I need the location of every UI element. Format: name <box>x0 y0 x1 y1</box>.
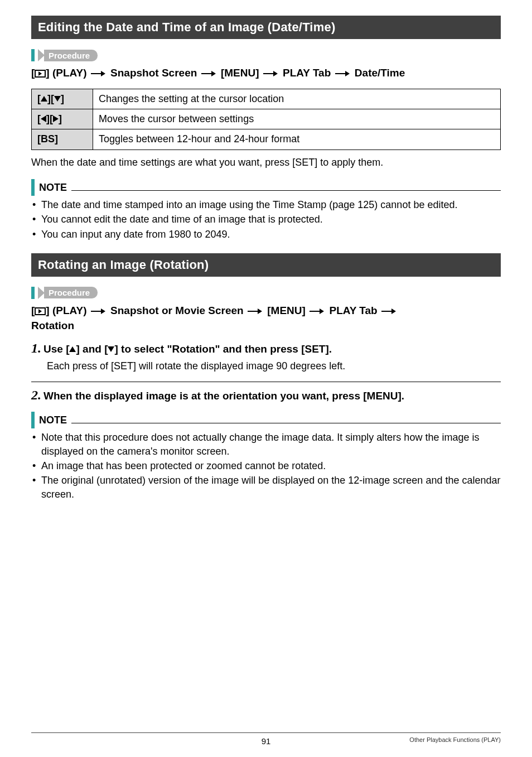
page-footer: 91 Other Playback Functions (PLAY) <box>31 732 501 746</box>
note-header-2: NOTE <box>31 412 501 428</box>
bc-p1: ] (PLAY) <box>46 67 86 79</box>
key-cell-leftright: [][] <box>32 109 93 129</box>
note-header-1: NOTE <box>31 179 501 196</box>
triangle-down-icon <box>108 346 114 352</box>
arrow-icon <box>91 71 107 76</box>
bc-p3: [MENU] <box>221 67 259 79</box>
list-item: The original (unrotated) version of the … <box>31 474 501 501</box>
bc2-p5: Rotation <box>31 320 74 331</box>
bc-p5: Date/Time <box>355 67 405 79</box>
step-2: 2. When the displayed image is at the or… <box>31 388 501 403</box>
step-number: 1. <box>31 341 41 356</box>
list-item: You cannot edit the date and time of an … <box>31 213 501 226</box>
breadcrumb-rotation: [] (PLAY) Snapshot or Movie Screen [MENU… <box>31 303 501 333</box>
key-cell-updown: [][] <box>32 89 93 109</box>
arrow-icon <box>263 71 279 76</box>
step-description: Each press of [SET] will rotate the disp… <box>47 359 501 373</box>
triangle-up-icon <box>69 346 76 352</box>
list-item: Note that this procedure does not actual… <box>31 431 501 458</box>
key-cell-bs: [BS] <box>32 129 93 150</box>
step1-a: Use [ <box>43 343 69 355</box>
triangle-right-icon <box>53 115 59 122</box>
table-row: [][] Changes the setting at the cursor l… <box>32 89 501 109</box>
arrow-icon <box>201 71 217 76</box>
step-title: Use [] and [] to select "Rotation" and t… <box>43 343 332 355</box>
bracket: ] <box>59 113 62 124</box>
footer-text: Other Playback Functions (PLAY) <box>409 736 501 743</box>
desc-cell: Toggles between 12-hour and 24-hour form… <box>93 129 501 150</box>
triangle-up-icon <box>41 96 47 102</box>
note-divider-line <box>71 423 501 423</box>
step-title: When the displayed image is at the orien… <box>43 390 404 402</box>
note-list-2: Note that this procedure does not actual… <box>31 431 501 500</box>
bc2-p2: Snapshot or Movie Screen <box>110 305 244 316</box>
arrow-icon <box>381 308 397 314</box>
desc-cell: Changes the setting at the cursor locati… <box>93 89 501 109</box>
bracket: ][ <box>46 113 53 124</box>
bracket: ] <box>61 93 64 104</box>
procedure-label-row-2: Procedure <box>31 287 501 299</box>
list-item: The date and time stamped into an image … <box>31 198 501 211</box>
bracket: ][ <box>47 93 54 104</box>
section-heading-rotation: Rotating an Image (Rotation) <box>31 253 501 277</box>
section-heading-datetime: Editing the Date and Time of an Image (D… <box>31 16 501 39</box>
arrow-icon <box>309 308 325 314</box>
triangle-down-icon <box>54 96 61 102</box>
note-label: NOTE <box>39 182 67 194</box>
list-item: An image that has been protected or zoom… <box>31 459 501 472</box>
play-icon <box>35 70 46 78</box>
bc2-p3: [MENU] <box>267 305 306 316</box>
procedure-label-row-1: Procedure <box>31 49 501 61</box>
step1-c: ] to select "Rotation" and then press [S… <box>114 343 332 355</box>
procedure-label: Procedure <box>44 287 98 298</box>
bc-p2: Snapshot Screen <box>110 67 197 79</box>
bc2-p1: ] (PLAY) <box>46 305 86 316</box>
arrow-icon <box>91 308 107 314</box>
play-icon <box>35 307 46 315</box>
arrow-icon <box>248 308 263 314</box>
procedure-accent-bar <box>31 49 35 61</box>
note-list-1: The date and time stamped into an image … <box>31 198 501 241</box>
step-number: 2. <box>31 388 41 403</box>
settings-table: [][] Changes the setting at the cursor l… <box>31 89 501 150</box>
note-accent-bar <box>31 412 35 428</box>
bc-p4: PLAY Tab <box>283 67 331 79</box>
step-1: 1. Use [] and [] to select "Rotation" an… <box>31 341 501 373</box>
note-divider-line <box>71 190 501 191</box>
arrow-icon <box>335 71 351 76</box>
table-row: [][] Moves the cursor between settings <box>32 109 501 129</box>
desc-cell: Moves the cursor between settings <box>93 109 501 129</box>
table-row: [BS] Toggles between 12-hour and 24-hour… <box>32 129 501 150</box>
triangle-left-icon <box>41 115 46 122</box>
after-table-text: When the date and time settings are what… <box>31 156 501 169</box>
page-number: 91 <box>262 736 271 746</box>
step1-b: ] and [ <box>76 343 108 355</box>
note-label: NOTE <box>39 414 67 426</box>
bc2-p4: PLAY Tab <box>329 305 377 316</box>
procedure-accent-bar <box>31 287 35 299</box>
list-item: You can input any date from 1980 to 2049… <box>31 228 501 241</box>
breadcrumb-datetime: [] (PLAY) Snapshot Screen [MENU] PLAY Ta… <box>31 66 501 81</box>
note-accent-bar <box>31 179 35 196</box>
step-divider <box>31 382 501 382</box>
procedure-label: Procedure <box>44 50 98 61</box>
